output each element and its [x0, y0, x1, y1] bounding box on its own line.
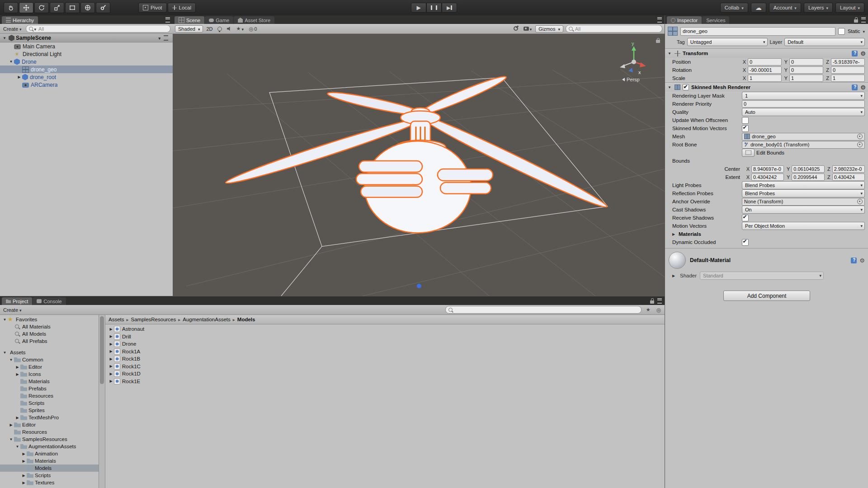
expander-icon[interactable]: [14, 416, 20, 420]
expander-icon[interactable]: [108, 379, 114, 383]
local-toggle[interactable]: Local: [168, 3, 196, 13]
expander-icon[interactable]: [108, 327, 114, 331]
hierarchy-item[interactable]: Main Camera: [0, 42, 173, 50]
tab-project[interactable]: Project: [2, 297, 32, 305]
asset-list-item[interactable]: Rock1B: [105, 355, 665, 363]
project-tree-item[interactable]: Animation: [0, 450, 99, 457]
breadcrumb-item[interactable]: Assets: [108, 317, 124, 322]
skinned-mesh-renderer-header[interactable]: Skinned Mesh Renderer: [665, 82, 868, 92]
center-z-field[interactable]: [832, 165, 865, 173]
hierarchy-item[interactable]: Drone: [0, 58, 173, 66]
tab-game[interactable]: Game: [205, 16, 233, 24]
camera-settings-dropdown[interactable]: [522, 25, 533, 33]
layer-dropdown[interactable]: Default: [784, 38, 865, 46]
anchor-override-object-field[interactable]: None (Transform): [742, 198, 865, 206]
expander-icon[interactable]: [108, 334, 114, 338]
project-tree-item[interactable]: Materials: [0, 457, 99, 465]
static-checkbox[interactable]: [838, 28, 845, 35]
object-picker-icon[interactable]: [857, 142, 863, 147]
scene-orientation-gizmo[interactable]: y x Persp: [609, 40, 658, 84]
account-dropdown[interactable]: Account: [769, 3, 801, 13]
update-when-offscreen-checkbox[interactable]: [742, 117, 749, 124]
project-tree-item[interactable]: All Materials: [0, 323, 99, 330]
tag-dropdown[interactable]: Untagged: [687, 38, 768, 46]
project-tree-item[interactable]: Common: [0, 356, 99, 363]
rect-tool-button[interactable]: [65, 2, 80, 13]
project-tree-scrollbar[interactable]: [99, 315, 105, 488]
project-tree-item[interactable]: Scripts: [0, 399, 99, 407]
scene-viewport[interactable]: y x Persp: [173, 34, 665, 296]
expander-icon[interactable]: [21, 474, 27, 478]
expander-icon[interactable]: [8, 60, 14, 64]
scene-header-menu-icon[interactable]: [164, 35, 168, 41]
foldout-icon[interactable]: [672, 274, 677, 278]
scene-header-chevron-icon[interactable]: [158, 35, 160, 41]
cast-shadows-dropdown[interactable]: On: [742, 206, 865, 214]
expander-icon[interactable]: [16, 75, 22, 79]
root-bone-object-field[interactable]: drone_body01 (Transform): [742, 141, 865, 149]
scene-effects-dropdown[interactable]: [235, 25, 245, 33]
asset-list-item[interactable]: Rock1C: [105, 363, 665, 371]
scene-header-row[interactable]: SampleScene: [0, 34, 173, 42]
breadcrumb-item[interactable]: Models: [231, 317, 255, 322]
project-search-input[interactable]: [454, 307, 638, 313]
extent-z-field[interactable]: [832, 174, 865, 181]
scene-search-input[interactable]: [574, 26, 659, 32]
expander-icon[interactable]: [108, 357, 114, 361]
drone-model[interactable]: [224, 73, 610, 233]
project-tree-item[interactable]: AugmentationAssets: [0, 443, 99, 450]
tab-services[interactable]: Services: [702, 16, 729, 24]
asset-list-item[interactable]: Rock1A: [105, 348, 665, 356]
expander-icon[interactable]: [21, 452, 27, 456]
mesh-object-field[interactable]: drone_geo: [742, 133, 865, 141]
rotate-tool-button[interactable]: [34, 2, 49, 13]
x-field[interactable]: [748, 75, 782, 82]
hierarchy-item[interactable]: ARCamera: [0, 81, 173, 89]
transform-tool-button[interactable]: [80, 2, 95, 13]
scale-tool-button[interactable]: [50, 2, 64, 13]
x-axis-cone[interactable]: [640, 62, 646, 67]
project-search[interactable]: [445, 306, 642, 314]
expander-icon[interactable]: [14, 372, 20, 376]
tab-inspector[interactable]: Inspector: [667, 16, 702, 24]
gear-icon[interactable]: [859, 257, 865, 264]
receive-shadows-checkbox[interactable]: [742, 215, 749, 221]
tab-hierarchy[interactable]: Hierarchy: [2, 16, 38, 24]
step-button[interactable]: [442, 3, 457, 13]
expander-icon[interactable]: [21, 481, 27, 485]
renderer-priority-field[interactable]: [742, 100, 865, 108]
add-component-button[interactable]: Add Component: [723, 291, 810, 301]
create-dropdown[interactable]: Create: [2, 26, 23, 32]
project-tree-item[interactable]: All Models: [0, 330, 99, 338]
dynamic-occluded-checkbox[interactable]: [742, 239, 749, 246]
shader-dropdown[interactable]: Standard: [700, 272, 824, 280]
expander-icon[interactable]: [2, 318, 8, 322]
project-tree-item[interactable]: Sprites: [0, 407, 99, 414]
layout-dropdown[interactable]: Layout: [835, 3, 864, 13]
project-tree-item[interactable]: Materials: [0, 378, 99, 385]
custom-tool-button[interactable]: [96, 2, 110, 13]
foldout-icon[interactable]: [668, 52, 672, 56]
pivot-toggle[interactable]: Pivot: [138, 3, 167, 13]
gizmo-center[interactable]: [632, 60, 636, 64]
move-tool-button[interactable]: [19, 2, 33, 13]
panel-menu-icon[interactable]: [165, 17, 170, 23]
play-button[interactable]: [411, 3, 426, 13]
expander-icon[interactable]: [108, 372, 114, 376]
center-x-field[interactable]: [751, 165, 784, 173]
scene-audio-toggle[interactable]: [226, 25, 233, 33]
project-tree-item[interactable]: Models: [0, 465, 99, 472]
expander-icon[interactable]: [2, 351, 8, 355]
foldout-icon[interactable]: [672, 232, 677, 236]
expander-icon[interactable]: [21, 459, 27, 463]
material-header[interactable]: Default-Material: [665, 248, 868, 271]
project-tree-item[interactable]: Assets: [0, 349, 99, 356]
expander-icon[interactable]: [8, 423, 14, 427]
extent-x-field[interactable]: [751, 174, 784, 181]
gray-axis-cone[interactable]: [620, 64, 625, 68]
shading-mode-dropdown[interactable]: Shaded: [175, 25, 203, 33]
edit-bounds-button[interactable]: [742, 149, 755, 157]
rendering-layer-mask-dropdown[interactable]: 1: [742, 92, 865, 100]
object-picker-icon[interactable]: [857, 199, 863, 204]
x-field[interactable]: [748, 66, 782, 74]
